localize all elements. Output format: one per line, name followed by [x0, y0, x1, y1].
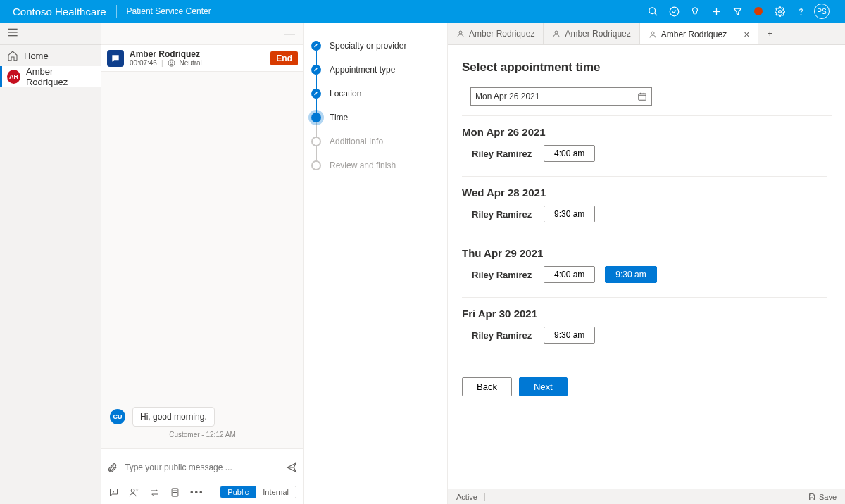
provider-name: Riley Ramirez [472, 270, 534, 280]
hamburger-icon[interactable] [7, 28, 18, 39]
task-icon[interactable] [663, 0, 684, 23]
wizard-steps: Specialty or provider Appointment type L… [304, 23, 448, 504]
wizard-step-time[interactable]: Time [311, 106, 440, 130]
person-icon [456, 30, 465, 38]
left-rail: Home AR Amber Rodriquez [0, 23, 101, 504]
svg-point-20 [651, 32, 654, 34]
provider-name: Riley Ramirez [472, 330, 534, 341]
end-button[interactable]: End [270, 51, 298, 65]
persona-avatar[interactable]: PS [811, 0, 832, 23]
recording-icon[interactable] [748, 0, 769, 23]
wizard-step-additional[interactable]: Additional Info [311, 130, 440, 153]
person-icon [552, 30, 561, 38]
day-block: Wed Apr 28 2021 Riley Ramirez 9:30 am [462, 177, 827, 237]
close-tab-icon[interactable]: × [744, 29, 749, 40]
tab-patient-0[interactable]: Amber Rodriquez [448, 23, 544, 44]
compose-input[interactable] [125, 462, 278, 472]
timeslot-button[interactable]: 4:00 am [544, 145, 595, 162]
wizard-step-location[interactable]: Location [311, 82, 440, 106]
provider-name: Riley Ramirez [472, 209, 534, 220]
back-button[interactable]: Back [462, 377, 512, 396]
svg-rect-21 [639, 94, 646, 100]
minimize-icon[interactable]: — [284, 27, 295, 40]
date-picker[interactable]: Mon Apr 26 2021 [470, 87, 652, 106]
more-icon[interactable]: ••• [190, 487, 204, 498]
conversation-timer: 00:07:46 [130, 59, 157, 67]
svg-point-10 [168, 60, 174, 66]
svg-point-14 [131, 489, 134, 492]
day-title: Fri Apr 30 2021 [462, 308, 827, 320]
calendar-icon [637, 92, 647, 101]
step-pending-icon [311, 137, 321, 146]
provider-name: Riley Ramirez [472, 149, 534, 159]
brand-title: Contoso Healthcare [13, 6, 106, 18]
top-bar: Contoso Healthcare Patient Service Cente… [0, 0, 845, 23]
svg-line-1 [654, 13, 657, 15]
step-done-icon [311, 65, 321, 75]
filter-icon[interactable] [727, 0, 748, 23]
tab-patient-2[interactable]: Amber Rodriquez × [640, 23, 759, 44]
attach-icon[interactable] [107, 462, 118, 474]
save-icon[interactable] [808, 493, 816, 501]
transfer-icon[interactable] [149, 487, 160, 498]
conversation-header: Amber Rodriquez 00:07:46 | Neutral End [101, 45, 303, 72]
svg-point-2 [670, 7, 679, 16]
wizard-step-review[interactable]: Review and finish [311, 153, 440, 177]
page-title: Select appointment time [462, 61, 832, 75]
customer-avatar: CU [110, 409, 125, 424]
patient-avatar: AR [7, 70, 20, 84]
svg-point-0 [649, 7, 655, 13]
lightbulb-icon[interactable] [684, 0, 706, 23]
save-label[interactable]: Save [819, 493, 837, 501]
status-bar: Active Save [448, 489, 845, 504]
conversation-panel: — Amber Rodriquez 00:07:46 | Neutral End… [101, 23, 304, 504]
search-icon[interactable] [642, 0, 663, 23]
wizard-step-specialty[interactable]: Specialty or provider [311, 34, 440, 58]
wizard-step-type[interactable]: Appointment type [311, 58, 440, 82]
step-pending-icon [311, 160, 321, 170]
visibility-toggle[interactable]: Public Internal [220, 486, 296, 498]
consult-icon[interactable] [129, 487, 139, 498]
help-icon[interactable] [790, 0, 811, 23]
chat-channel-icon [107, 50, 124, 67]
svg-point-6 [801, 14, 801, 15]
timeslot-button[interactable]: 9:30 am [544, 206, 595, 222]
svg-point-19 [555, 31, 558, 34]
svg-point-18 [459, 31, 462, 34]
svg-point-5 [778, 10, 781, 13]
day-title: Mon Apr 26 2021 [462, 126, 827, 138]
day-block: Mon Apr 26 2021 Riley Ramirez 4:00 am [462, 116, 827, 177]
content-panel: Amber Rodriquez Amber Rodriquez Amber Ro… [448, 23, 845, 504]
person-icon [649, 30, 657, 39]
conversation-name: Amber Rodriquez [130, 49, 202, 59]
timeslot-button[interactable]: 9:30 am [544, 327, 595, 344]
add-icon[interactable] [706, 0, 727, 23]
send-icon[interactable] [285, 462, 298, 473]
day-block: Thu Apr 29 2021 Riley Ramirez 4:00 am 9:… [462, 237, 827, 298]
add-tab-button[interactable]: + [758, 23, 781, 44]
tab-patient-1[interactable]: Amber Rodriquez [544, 23, 639, 44]
next-button[interactable]: Next [519, 377, 568, 396]
sentiment-neutral-icon [168, 59, 175, 67]
message-bubble: Hi, good morning. [132, 407, 215, 427]
timeslot-button[interactable]: 4:00 am [544, 266, 595, 283]
pill-internal[interactable]: Internal [256, 486, 296, 498]
nav-patient[interactable]: AR Amber Rodriquez [0, 66, 101, 87]
quick-reply-icon[interactable] [108, 487, 119, 498]
step-done-icon [311, 41, 321, 51]
date-picker-value: Mon Apr 26 2021 [475, 92, 637, 101]
message-timestamp: Customer - 12:12 AM [110, 431, 295, 439]
conversation-sentiment: Neutral [180, 59, 202, 67]
pill-public[interactable]: Public [220, 486, 256, 498]
nav-patient-label: Amber Rodriquez [26, 66, 94, 87]
conversation-body: CU Hi, good morning. Customer - 12:12 AM [101, 72, 303, 448]
nav-home[interactable]: Home [0, 45, 101, 66]
day-block: Fri Apr 30 2021 Riley Ramirez 9:30 am [462, 298, 827, 358]
tab-strip: Amber Rodriquez Amber Rodriquez Amber Ro… [448, 23, 845, 45]
day-title: Thu Apr 29 2021 [462, 247, 827, 259]
timeslot-scroll[interactable]: Mon Apr 26 2021 Riley Ramirez 4:00 am We… [462, 115, 832, 367]
timeslot-button-selected[interactable]: 9:30 am [605, 266, 656, 283]
notes-icon[interactable] [170, 487, 180, 498]
day-title: Wed Apr 28 2021 [462, 187, 827, 199]
gear-icon[interactable] [769, 0, 790, 23]
